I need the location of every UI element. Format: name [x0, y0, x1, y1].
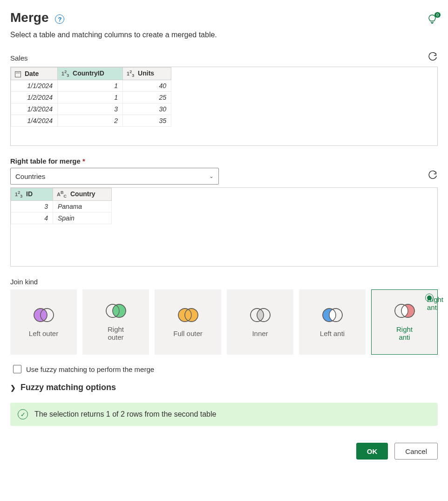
join-option-left-anti[interactable]: Left anti: [299, 289, 366, 355]
success-icon: ✓: [18, 409, 28, 419]
status-text: The selection returns 1 of 2 rows from t…: [34, 410, 216, 419]
join-option-label: Full outer: [173, 329, 203, 337]
venn-icon: [32, 307, 55, 323]
venn-icon: [104, 303, 128, 319]
cancel-button[interactable]: Cancel: [394, 443, 438, 460]
radio-selected-icon: Right anti: [425, 294, 434, 302]
page-title: Merge: [10, 10, 48, 25]
join-option-right-outer[interactable]: Rightouter: [82, 289, 149, 355]
venn-icon: [249, 307, 272, 323]
fuzzy-options-expander[interactable]: ❯ Fuzzy matching options: [10, 383, 438, 392]
right-table-grid[interactable]: 123 IDABC Country3Panama4Spain: [10, 187, 438, 267]
column-header[interactable]: 123 ID: [11, 188, 53, 201]
tips-badge: 0: [434, 12, 441, 18]
column-header[interactable]: 123 Units: [123, 68, 171, 80]
refresh-icon[interactable]: [428, 171, 438, 182]
chevron-right-icon: ❯: [10, 384, 16, 391]
join-option-label: Left outer: [29, 329, 58, 337]
join-option-left-outer[interactable]: Left outer: [10, 289, 77, 355]
tips-icon[interactable]: 0: [428, 14, 438, 24]
table-row[interactable]: 4Spain: [11, 213, 112, 224]
fuzzy-checkbox-label: Use fuzzy matching to perform the merge: [26, 365, 154, 373]
venn-icon: [321, 307, 344, 323]
fuzzy-checkbox[interactable]: [13, 365, 21, 373]
page-subtitle: Select a table and matching columns to c…: [10, 31, 438, 39]
table-row[interactable]: 1/3/2024330: [11, 103, 171, 115]
right-table-select[interactable]: Countries ⌄: [10, 168, 219, 185]
join-kind-label: Join kind: [10, 278, 438, 286]
join-option-label: Inner: [252, 329, 268, 337]
column-header[interactable]: 123 CountryID: [58, 68, 123, 80]
join-option-label: Left anti: [320, 329, 345, 337]
required-indicator: *: [82, 157, 85, 165]
status-bar: ✓ The selection returns 1 of 2 rows from…: [10, 403, 438, 426]
join-option-label: Rightanti: [396, 325, 413, 341]
table-row[interactable]: 1/4/2024235: [11, 115, 171, 127]
column-header[interactable]: Date: [11, 68, 58, 80]
ok-button[interactable]: OK: [356, 443, 388, 460]
refresh-icon[interactable]: [428, 52, 438, 64]
right-table-field-label: Right table for merge: [10, 157, 81, 165]
left-table-label: Sales: [10, 54, 28, 62]
column-header[interactable]: ABC Country: [53, 188, 112, 201]
join-option-full-outer[interactable]: Full outer: [155, 289, 221, 355]
join-option-label: Rightouter: [108, 325, 124, 341]
table-row[interactable]: 3Panama: [11, 201, 112, 213]
table-row[interactable]: 1/1/2024140: [11, 80, 171, 92]
left-table-grid[interactable]: Date123 CountryID123 Units1/1/20241401/2…: [10, 67, 438, 146]
venn-icon: [176, 307, 200, 323]
table-row[interactable]: 1/2/2024125: [11, 92, 171, 103]
chevron-down-icon: ⌄: [209, 173, 214, 179]
venn-icon: [393, 303, 416, 319]
help-icon[interactable]: ?: [55, 14, 64, 24]
right-table-select-value: Countries: [15, 172, 45, 180]
join-option-inner[interactable]: Inner: [227, 289, 293, 355]
join-option-right-anti[interactable]: Right anti Rightanti: [371, 289, 438, 355]
fuzzy-options-label: Fuzzy matching options: [20, 383, 116, 392]
